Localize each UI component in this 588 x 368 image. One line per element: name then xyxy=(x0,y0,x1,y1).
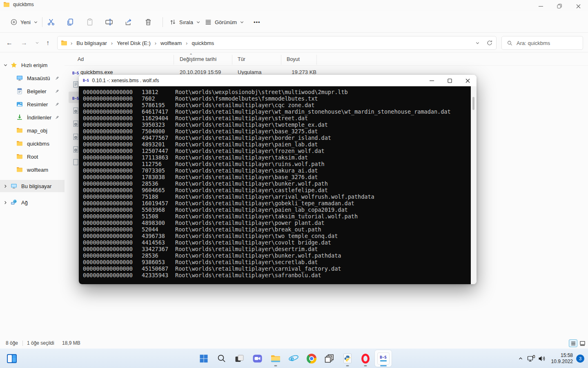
cut-button[interactable] xyxy=(44,16,58,29)
taskbar-stacked-windows-icon[interactable] xyxy=(321,350,338,367)
folder-icon xyxy=(3,2,10,7)
forward-button[interactable]: → xyxy=(18,37,30,49)
console-path: Root\worlds\retailmultiplayer\cqc zone.d… xyxy=(175,102,314,108)
taskbar-opera-icon[interactable] xyxy=(357,350,374,367)
console-offset: 000000000000000 xyxy=(83,200,142,206)
plain-file-icon[interactable] xyxy=(72,159,79,166)
column-header-name[interactable]: Ad xyxy=(78,56,84,62)
sidebar-item-map_obj[interactable]: map_obj xyxy=(0,124,65,137)
taskbar-search-icon[interactable] xyxy=(213,350,230,367)
share-button[interactable] xyxy=(122,16,136,29)
details-view-toggle[interactable] xyxy=(569,339,577,347)
taskbar-task-view-icon[interactable] xyxy=(231,350,248,367)
taskbar-file-explorer-icon[interactable] xyxy=(267,350,284,367)
quick-access-label: Hızlı erişim xyxy=(21,62,47,68)
sidebar-item-quick-access[interactable]: Hızlı erişim xyxy=(0,59,65,71)
taskbar-chat-icon[interactable] xyxy=(249,350,266,367)
volume-tray-icon[interactable] xyxy=(537,350,547,367)
large-icons-view-toggle[interactable] xyxy=(578,339,587,347)
console-scrollbar[interactable] xyxy=(471,86,477,284)
console-titlebar[interactable]: B~S 0.10.1 -: xenesis.bms . wolf.xfs xyxy=(79,75,477,86)
navigation-pane: Hızlı erişim MasaüstüBelgelerResimlerİnd… xyxy=(0,53,65,339)
script-file-icon[interactable] xyxy=(72,120,79,127)
show-hidden-icons-button[interactable] xyxy=(515,350,526,367)
sidebar-item-wolfteam[interactable]: wolfteam xyxy=(0,164,65,176)
console-maximize-button[interactable] xyxy=(441,75,459,86)
column-header-type[interactable]: Tür xyxy=(238,56,245,62)
console-close-button[interactable] xyxy=(459,75,477,86)
console-size: 45150687 xyxy=(142,265,175,272)
taskbar-chrome-icon[interactable] xyxy=(303,350,320,367)
quickbms-file-icon[interactable]: B~S xyxy=(72,94,79,101)
breadcrumb-item[interactable]: Yerel Disk (E:) xyxy=(114,39,153,47)
sidebar-item-root[interactable]: Root xyxy=(0,150,65,163)
widgets-button[interactable] xyxy=(3,350,20,367)
chevron-down-icon[interactable] xyxy=(0,63,11,67)
console-line: 00000000000000028536Root\worlds\retailmu… xyxy=(83,180,471,187)
rename-button[interactable] xyxy=(102,16,116,29)
console-line: 00000000000000049477567Root\worlds\retai… xyxy=(83,135,471,141)
explorer-restore-button[interactable] xyxy=(550,0,568,12)
console-path: Root\worlds\retailmultiplayer\bunker.wol… xyxy=(175,252,341,259)
back-button[interactable]: ← xyxy=(3,37,16,49)
taskbar-internet-explorer-icon[interactable]: e xyxy=(285,350,302,367)
document-file-icon[interactable] xyxy=(72,81,79,88)
console-path: Root\worlds\retailmultiplayer\safranbolu… xyxy=(175,272,321,278)
breadcrumb-item[interactable]: wolfteam xyxy=(158,39,184,47)
chevron-right-icon[interactable] xyxy=(0,200,11,205)
new-button[interactable]: Yeni xyxy=(7,15,42,29)
explorer-tab-title: quickbms xyxy=(13,2,34,7)
taskbar-python-file-icon[interactable] xyxy=(339,350,356,367)
sort-button[interactable]: Sırala xyxy=(165,15,204,29)
up-button[interactable]: ↑ xyxy=(42,37,54,49)
script-file-icon[interactable] xyxy=(72,107,79,114)
console-offset: 000000000000000 xyxy=(83,89,142,95)
breadcrumb-item[interactable]: quickbms xyxy=(189,39,216,47)
paste-button[interactable] xyxy=(83,16,97,29)
sidebar-item-belgeler[interactable]: Belgeler xyxy=(0,85,65,97)
search-input[interactable]: Ara: quickbms xyxy=(501,36,583,50)
copy-button[interactable] xyxy=(63,16,77,29)
view-button[interactable]: Görünüm xyxy=(201,15,248,29)
taskbar-quickbms-icon[interactable]: B~S xyxy=(375,350,392,367)
notification-badge[interactable]: 3 xyxy=(576,355,584,363)
address-dropdown-icon[interactable] xyxy=(475,41,480,45)
console-line: 0000000000000004414563Root\worlds\retail… xyxy=(83,239,471,246)
console-minimize-button[interactable] xyxy=(423,75,441,86)
sidebar-item-i̇ndirilenler[interactable]: İndirilenler xyxy=(0,111,65,123)
column-header-modified[interactable]: Değiştirme tarihi xyxy=(180,56,216,62)
taskbar-start-icon[interactable] xyxy=(195,350,212,367)
network-tray-icon[interactable] xyxy=(526,350,537,367)
console-line: 00000000000000016019457Root\worlds\retai… xyxy=(83,200,471,206)
breadcrumb-separator: › xyxy=(69,40,74,46)
explorer-close-button[interactable] xyxy=(569,0,587,12)
sidebar-item-label: Masaüstü xyxy=(27,75,50,81)
console-path: Root\worlds\retailmultiplayer\border_isl… xyxy=(175,135,331,141)
delete-button[interactable] xyxy=(141,16,155,29)
chevron-right-icon[interactable] xyxy=(0,184,11,188)
explorer-minimize-button[interactable] xyxy=(532,0,550,12)
sidebar-item-masaüstü[interactable]: Masaüstü xyxy=(0,72,65,84)
console-path: Root\worlds\retailmultiplayer\ruins.wolf… xyxy=(175,161,325,167)
breadcrumb-item[interactable]: Bu bilgisayar xyxy=(74,39,109,47)
script-file-icon[interactable] xyxy=(72,133,79,140)
sidebar-item-network[interactable]: Ağ xyxy=(0,196,65,209)
console-line: 0000000000000003950323Root\worlds\retail… xyxy=(83,121,471,128)
search-placeholder: Ara: quickbms xyxy=(517,40,550,46)
console-scrollbar-thumb[interactable] xyxy=(472,97,474,110)
column-header-size[interactable]: Boyut xyxy=(287,56,300,62)
console-line: 0000000000000001783038Root\worlds\retail… xyxy=(83,174,471,180)
refresh-icon[interactable] xyxy=(486,40,493,46)
quickbms-console-window[interactable]: B~S 0.10.1 -: xenesis.bms . wolf.xfs 000… xyxy=(79,75,477,284)
script-file-icon[interactable] xyxy=(72,146,79,153)
console-line: 0000000000000005786195Root\worlds\retail… xyxy=(83,102,471,108)
sidebar-item-this-pc[interactable]: Bu bilgisayar xyxy=(0,180,65,192)
taskbar-clock[interactable]: 15:58 10.9.2022 xyxy=(551,352,573,365)
more-options-button[interactable]: ••• xyxy=(250,15,264,29)
sidebar-item-resimler[interactable]: Resimler xyxy=(0,98,65,110)
console-path: Root\worlds\retailmultiplayer\street.dat xyxy=(175,115,308,121)
address-bar[interactable]: › Bu bilgisayar›Yerel Disk (E:)›wolfteam… xyxy=(57,36,497,50)
explorer-tab[interactable]: quickbms xyxy=(3,2,34,7)
internet-explorer-icon: e xyxy=(288,353,299,364)
sidebar-item-quickbms[interactable]: quickbms xyxy=(0,137,65,150)
